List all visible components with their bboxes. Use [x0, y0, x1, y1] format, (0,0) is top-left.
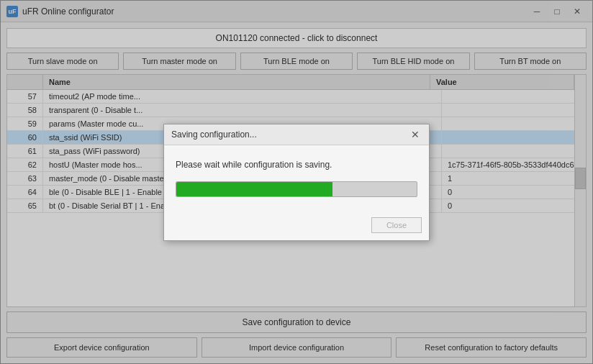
- modal-body: Please wait while configuration is savin…: [164, 145, 429, 213]
- modal-overlay: Saving configuration... ✕ Please wait wh…: [0, 0, 593, 364]
- modal-close-x-button[interactable]: ✕: [409, 128, 422, 141]
- modal-titlebar: Saving configuration... ✕: [164, 124, 429, 145]
- modal-title: Saving configuration...: [171, 129, 257, 140]
- modal-close-button[interactable]: Close: [371, 217, 422, 233]
- saving-modal: Saving configuration... ✕ Please wait wh…: [163, 124, 430, 241]
- modal-footer: Close: [164, 213, 429, 240]
- modal-message: Please wait while configuration is savin…: [176, 160, 417, 170]
- progress-bar-background: [176, 181, 417, 197]
- progress-bar-fill: [176, 182, 332, 196]
